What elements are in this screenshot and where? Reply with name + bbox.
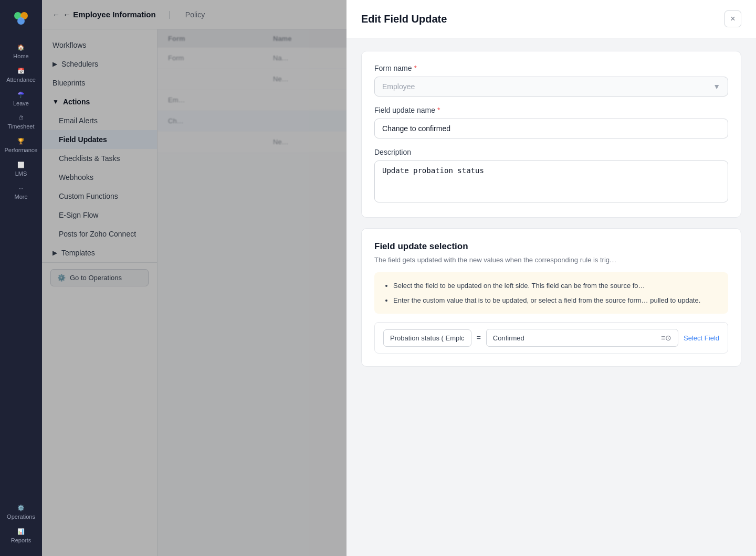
form-name-group: Form name * Employee ▼ (374, 64, 728, 97)
modal-title: Edit Field Update (361, 13, 447, 25)
operations-icon: ⚙️ (17, 505, 25, 511)
info-item-2: Enter the custom value that is to be upd… (393, 295, 720, 306)
field-update-name-label: Field update name * (374, 106, 728, 114)
edit-field-update-modal: Edit Field Update × Form name * (346, 0, 756, 556)
sidebar-item-leave[interactable]: ☂️ Leave (0, 87, 42, 111)
main-content: ← ← Employee Information | Policy Workfl… (42, 0, 756, 556)
filter-icon: ≡⊙ (661, 334, 671, 342)
modal-body: Form name * Employee ▼ Field update name… (346, 38, 756, 379)
lms-icon: ⬜ (17, 162, 25, 168)
main-sidebar: 🏠 Home 📅 Attendance ☂️ Leave ⏱ Timesheet… (0, 0, 42, 556)
reports-icon: 📊 (17, 528, 25, 535)
sidebar-item-home[interactable]: 🏠 Home (0, 40, 42, 63)
leave-icon: ☂️ (17, 91, 25, 98)
home-icon: 🏠 (17, 44, 25, 51)
performance-icon: 🏆 (17, 138, 25, 145)
app-logo (10, 8, 32, 29)
close-icon: × (730, 14, 735, 24)
required-star: * (414, 64, 417, 72)
description-textarea[interactable] (374, 161, 728, 202)
svg-point-2 (17, 17, 25, 25)
equals-sign: = (477, 334, 481, 342)
select-field-button[interactable]: Select Field (684, 334, 719, 342)
info-box: Select the field to be updated on the le… (374, 272, 728, 314)
form-name-select[interactable]: Employee ▼ (374, 77, 728, 97)
sidebar-item-timesheet[interactable]: ⏱ Timesheet (0, 111, 42, 134)
value-tag[interactable]: Confirmed ≡⊙ (486, 329, 678, 347)
modal-overlay: Edit Field Update × Form name * (42, 0, 756, 556)
field-update-selection-card: Field update selection The field gets up… (361, 228, 741, 367)
form-name-placeholder: Employee (382, 82, 415, 91)
sidebar-item-attendance[interactable]: 📅 Attendance (0, 63, 42, 87)
timesheet-icon: ⏱ (18, 115, 24, 121)
dropdown-chevron-icon: ▼ (713, 82, 720, 91)
sidebar-item-reports[interactable]: 📊 Reports (0, 524, 42, 548)
field-update-name-input[interactable] (374, 119, 728, 138)
field-update-name-group: Field update name * (374, 106, 728, 138)
required-star-2: * (437, 106, 440, 114)
info-item-1: Select the field to be updated on the le… (393, 281, 720, 291)
form-name-label: Form name * (374, 64, 728, 72)
sidebar-item-more[interactable]: ··· More (0, 181, 42, 204)
field-update-row: Probation status ( Emplc = Confirmed ≡⊙ … (374, 322, 728, 354)
description-group: Description (374, 148, 728, 205)
section-desc: The field gets updated with the new valu… (374, 256, 728, 264)
sidebar-item-performance[interactable]: 🏆 Performance (0, 134, 42, 157)
modal-header: Edit Field Update × (346, 0, 756, 38)
attendance-icon: 📅 (17, 68, 25, 74)
more-icon: ··· (18, 185, 23, 191)
basic-info-card: Form name * Employee ▼ Field update name… (361, 51, 741, 218)
section-title: Field update selection (374, 241, 728, 252)
field-tag: Probation status ( Emplc (383, 329, 471, 347)
modal-close-button[interactable]: × (724, 10, 741, 27)
sidebar-item-operations[interactable]: ⚙️ Operations (0, 500, 42, 524)
sidebar-item-lms[interactable]: ⬜ LMS (0, 157, 42, 181)
description-label: Description (374, 148, 728, 156)
